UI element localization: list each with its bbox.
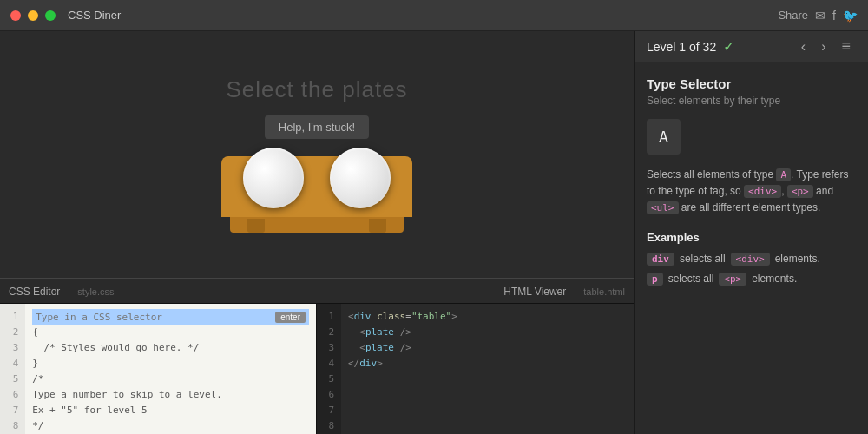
table-leg-left: [247, 219, 265, 233]
plate-left: [243, 148, 304, 208]
html-line-3: <plate />: [348, 340, 627, 356]
desc-code-2: <div>: [744, 185, 781, 198]
desc-code-4: <ul>: [647, 201, 679, 214]
app-title: CSS Diner: [68, 9, 121, 22]
desc-code-3: <p>: [787, 185, 813, 198]
prev-level-button[interactable]: ‹: [796, 37, 811, 56]
facebook-icon[interactable]: f: [832, 9, 836, 23]
scene-title: Select the plates: [226, 76, 407, 103]
css-tab-label: CSS Editor: [9, 286, 60, 298]
code-line-9: */: [32, 418, 309, 434]
table-leg-right: [369, 219, 386, 233]
example-tag-p: <p>: [719, 273, 746, 286]
traffic-light-minimize[interactable]: [28, 10, 38, 21]
menu-button[interactable]: ≡: [836, 36, 856, 57]
lesson-description: Selects all elements of type A. Type ref…: [647, 167, 856, 217]
code-line-8: Ex + "5" for level 5: [32, 403, 309, 418]
table-container: [221, 156, 412, 233]
css-input-line[interactable]: enter: [32, 309, 309, 325]
css-editor: 12345 678910 enter { /* Styles would go …: [0, 304, 317, 434]
table-legs: [230, 217, 404, 233]
css-tab-group: CSS Editor style.css: [9, 286, 115, 298]
lesson-content: Type Selector Select elements by their t…: [635, 62, 868, 434]
html-line-2: <plate />: [348, 325, 627, 340]
scene: Select the plates Help, I'm stuck!: [0, 31, 634, 278]
code-line-2: {: [32, 325, 309, 340]
css-editor-inner: 12345 678910 enter { /* Styles would go …: [0, 304, 316, 434]
example-text-div-2: elements.: [775, 253, 820, 265]
title-bar: CSS Diner Share ✉ f 🐦: [0, 0, 868, 31]
html-content: 12345 6789 <div class="table"> <plate />…: [317, 304, 634, 434]
example-selector-p: p: [647, 273, 663, 286]
html-line-4: </div>: [348, 356, 627, 372]
code-line-4: }: [32, 356, 309, 372]
editor-tabs: CSS Editor style.css HTML Viewer table.h…: [0, 279, 634, 304]
traffic-light-close[interactable]: [10, 10, 21, 21]
check-icon: ✓: [723, 38, 734, 55]
desc-text-4: are all different element types.: [679, 201, 821, 214]
css-code-area: enter { /* Styles would go here. */ } /*…: [25, 304, 316, 434]
level-header: Level 1 of 32 ✓ ‹ › ≡: [635, 31, 868, 62]
lesson-subtitle: Select elements by their type: [647, 95, 856, 107]
css-filename: style.css: [77, 286, 114, 297]
level-nav: ‹ › ≡: [796, 36, 856, 57]
plate-right: [330, 148, 391, 208]
share-label: Share: [778, 9, 808, 22]
code-line-6: /*: [32, 372, 309, 387]
editor-section: CSS Editor style.css HTML Viewer table.h…: [0, 278, 634, 434]
examples-list: div selects all <div> elements. p select…: [647, 253, 856, 286]
html-line-1: <div class="table">: [348, 309, 627, 325]
html-line-numbers: 12345 6789: [317, 304, 341, 434]
main-layout: Select the plates Help, I'm stuck! CSS E…: [0, 31, 868, 434]
html-tab-group: HTML Viewer table.html: [503, 286, 625, 298]
example-row-p: p selects all <p> elements.: [647, 273, 856, 286]
next-level-button[interactable]: ›: [816, 37, 831, 56]
example-text-div-1: selects all: [680, 253, 726, 265]
twitter-icon[interactable]: 🐦: [843, 9, 858, 23]
share-area: Share ✉ f 🐦: [778, 9, 858, 23]
example-row-div: div selects all <div> elements.: [647, 253, 856, 266]
selector-example: A: [647, 119, 681, 155]
title-bar-left: CSS Diner: [10, 9, 121, 22]
traffic-light-maximize[interactable]: [45, 10, 56, 21]
examples-title: Examples: [647, 231, 856, 244]
html-viewer: 12345 6789 <div class="table"> <plate />…: [317, 304, 634, 434]
left-panel: Select the plates Help, I'm stuck! CSS E…: [0, 31, 634, 434]
html-tab-label: HTML Viewer: [503, 286, 566, 298]
example-selector-div: div: [647, 253, 674, 266]
example-tag-div: <div>: [731, 253, 770, 266]
code-line-3: /* Styles would go here. */: [32, 340, 309, 356]
example-text-p-2: elements.: [752, 273, 797, 285]
css-line-numbers: 12345 678910: [0, 304, 25, 434]
example-text-p-1: selects all: [668, 273, 714, 285]
css-input[interactable]: [36, 312, 272, 323]
level-info: Level 1 of 32 ✓: [647, 38, 734, 55]
html-filename: table.html: [583, 286, 625, 297]
desc-text-3: and: [813, 185, 833, 197]
editor-content: 12345 678910 enter { /* Styles would go …: [0, 304, 634, 434]
desc-text-1: Selects all elements of type: [647, 168, 776, 181]
help-button[interactable]: Help, I'm stuck!: [265, 115, 369, 139]
level-text: Level 1 of 32: [647, 40, 716, 54]
code-line-7: Type a number to skip to a level.: [32, 387, 309, 403]
right-panel: Level 1 of 32 ✓ ‹ › ≡ Type Selector Sele…: [634, 31, 868, 434]
html-code: <div class="table"> <plate /> <plate /> …: [341, 304, 634, 434]
enter-button[interactable]: enter: [275, 312, 306, 323]
lesson-title: Type Selector: [647, 76, 856, 91]
desc-code-1: A: [776, 168, 791, 181]
email-icon[interactable]: ✉: [815, 9, 825, 23]
table-surface: [221, 156, 412, 217]
